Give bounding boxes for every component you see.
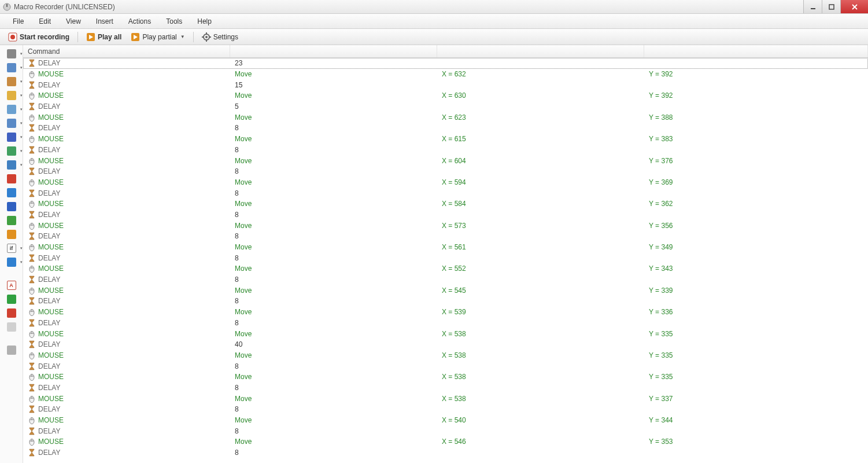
column-header-3[interactable]	[644, 45, 868, 57]
close-button[interactable]	[840, 0, 868, 13]
menu-actions[interactable]: Actions	[121, 15, 158, 28]
table-row[interactable]: MOUSEMoveX = 552Y = 343	[23, 263, 868, 274]
table-row[interactable]: DELAY8	[23, 404, 868, 415]
cell-param1: 15	[230, 79, 437, 90]
table-row[interactable]: DELAY23	[23, 58, 868, 69]
shutdown-tool-icon[interactable]	[4, 174, 19, 184]
menu-file[interactable]: File	[6, 15, 31, 28]
text-tool-icon[interactable]	[4, 132, 19, 142]
table-row[interactable]: DELAY8	[23, 210, 868, 221]
stop-tool-icon[interactable]	[4, 308, 19, 318]
if-tool-icon[interactable]: if	[4, 243, 19, 253]
table-row[interactable]: MOUSEMoveX = 632Y = 392	[23, 69, 868, 80]
table-row[interactable]: MOUSEMoveX = 540Y = 344	[23, 415, 868, 426]
cell-param2	[437, 145, 644, 156]
cell-command: DELAY	[23, 425, 230, 436]
cell-command: DELAY	[23, 252, 230, 263]
mouse-tool-icon[interactable]	[4, 49, 19, 59]
table-row[interactable]: DELAY8	[23, 252, 868, 263]
table-body[interactable]: DELAY23MOUSEMoveX = 632Y = 392DELAY15MOU…	[23, 58, 868, 463]
info-tool-icon[interactable]	[4, 201, 19, 212]
table-row[interactable]: MOUSEMoveX = 538Y = 335	[23, 372, 868, 383]
table-row[interactable]: MOUSEMoveX = 630Y = 392	[23, 90, 868, 101]
table-row[interactable]: DELAY8	[23, 188, 868, 199]
menu-edit[interactable]: Edit	[32, 15, 58, 28]
comment-tool-icon[interactable]	[4, 322, 19, 332]
maximize-button[interactable]	[822, 0, 840, 13]
cell-command: DELAY	[23, 58, 230, 69]
table-row[interactable]: DELAY8	[23, 318, 868, 329]
label-tool-icon[interactable]: A	[4, 280, 19, 291]
cell-param2: X = 573	[437, 220, 644, 231]
table-row[interactable]: DELAY8	[23, 274, 868, 285]
menu-help[interactable]: Help	[190, 15, 219, 28]
keyboard-tool-icon[interactable]	[4, 63, 19, 73]
table-row[interactable]: DELAY8	[23, 123, 868, 134]
table-row[interactable]: MOUSEMoveX = 584Y = 362	[23, 199, 868, 210]
table-row[interactable]: MOUSEMoveX = 573Y = 356	[23, 220, 868, 231]
color-picker-tool-icon[interactable]	[4, 146, 19, 156]
network-tool-icon[interactable]	[4, 215, 19, 226]
cell-param3: Y = 343	[644, 263, 868, 274]
open-file-tool-icon[interactable]	[4, 90, 19, 101]
column-header-command[interactable]: Command	[23, 45, 230, 57]
play-all-button[interactable]: Play all	[83, 31, 125, 43]
image-tool-icon[interactable]	[4, 160, 19, 170]
table-row[interactable]: MOUSEMoveX = 538Y = 335	[23, 350, 868, 361]
table-row[interactable]: DELAY40	[23, 339, 868, 350]
cell-param3: Y = 339	[644, 285, 868, 296]
table-row[interactable]: DELAY8	[23, 145, 868, 156]
command-text: MOUSE	[38, 70, 64, 78]
table-row[interactable]: DELAY8	[23, 425, 868, 436]
command-text: MOUSE	[38, 264, 64, 273]
mouse-icon	[28, 200, 36, 208]
menu-tools[interactable]: Tools	[159, 15, 189, 28]
minimize-button[interactable]	[803, 0, 822, 13]
settings-button[interactable]: Settings	[198, 31, 242, 43]
cell-param2	[437, 101, 644, 112]
loop-tool-icon[interactable]	[4, 257, 19, 267]
table-row[interactable]: DELAY8	[23, 447, 868, 458]
table-row[interactable]: MOUSEMoveX = 561Y = 349	[23, 242, 868, 253]
table-row[interactable]: DELAY15	[23, 79, 868, 90]
cell-command: MOUSE	[23, 350, 230, 361]
command-text: MOUSE	[38, 308, 64, 316]
cell-param3: Y = 335	[644, 372, 868, 383]
window-tool-icon[interactable]	[4, 104, 19, 115]
table-row[interactable]: MOUSEMoveX = 623Y = 388	[23, 112, 868, 123]
cell-param3: Y = 349	[644, 242, 868, 253]
goto-tool-icon[interactable]	[4, 294, 19, 304]
command-text: MOUSE	[38, 330, 64, 338]
table-row[interactable]: MOUSEMoveX = 538Y = 335	[23, 328, 868, 339]
table-row[interactable]: MOUSEMoveX = 594Y = 369	[23, 177, 868, 188]
hourglass-icon	[28, 319, 36, 327]
cell-param2	[437, 274, 644, 285]
table-row[interactable]: DELAY5	[23, 101, 868, 112]
table-row[interactable]: MOUSEMoveX = 546Y = 353	[23, 436, 868, 447]
menu-insert[interactable]: Insert	[89, 15, 120, 28]
command-text: MOUSE	[38, 286, 64, 295]
column-header-2[interactable]	[437, 45, 644, 57]
table-row[interactable]: MOUSEMoveX = 604Y = 376	[23, 155, 868, 166]
cell-command: DELAY	[23, 231, 230, 242]
play-tool-icon[interactable]	[4, 229, 19, 240]
table-row[interactable]: DELAY8	[23, 166, 868, 177]
delay-tool-icon[interactable]	[4, 76, 19, 87]
table-row[interactable]: DELAY8	[23, 296, 868, 307]
web-tool-icon[interactable]	[4, 188, 19, 198]
table-row[interactable]: DELAY8	[23, 231, 868, 242]
clipboard-tool-icon[interactable]	[4, 118, 19, 128]
macro-tool-icon[interactable]	[4, 345, 19, 355]
cell-command: DELAY	[23, 188, 230, 199]
table-row[interactable]: MOUSEMoveX = 545Y = 339	[23, 285, 868, 296]
table-row[interactable]: DELAY8	[23, 361, 868, 372]
table-row[interactable]: DELAY8	[23, 383, 868, 394]
column-header-1[interactable]	[230, 45, 437, 57]
start-recording-button[interactable]: Start recording	[5, 31, 73, 43]
menu-view[interactable]: View	[59, 15, 88, 28]
cell-param2: X = 538	[437, 393, 644, 404]
table-row[interactable]: MOUSEMoveX = 615Y = 383	[23, 134, 868, 145]
table-row[interactable]: MOUSEMoveX = 538Y = 337	[23, 393, 868, 404]
play-partial-button[interactable]: Play partial ▼	[127, 31, 188, 43]
table-row[interactable]: MOUSEMoveX = 539Y = 336	[23, 307, 868, 318]
